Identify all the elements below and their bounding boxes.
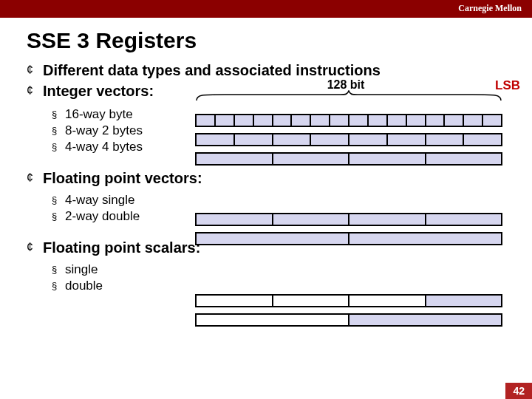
top-bar: Carnegie Mellon	[0, 0, 532, 18]
square-bullet-icon: §	[52, 278, 65, 294]
bullet-level2: § double	[27, 278, 532, 294]
register-diagram-2double	[195, 232, 502, 251]
bullet-level2: § 4-way single	[27, 192, 532, 208]
slide: Carnegie Mellon SSE 3 Registers 128 bit …	[0, 0, 532, 399]
square-bullet-icon: §	[52, 139, 65, 155]
square-bullet-icon: §	[52, 106, 65, 123]
bullet-text: 16-way byte	[65, 106, 133, 123]
register-diagram-8way	[195, 133, 502, 152]
bullet-text: single	[65, 262, 98, 278]
bullet-text: Integer vectors:	[43, 81, 154, 100]
page-title: SSE 3 Registers	[0, 18, 532, 61]
square-bullet-icon: §	[52, 208, 65, 225]
square-bullet-icon: §	[52, 192, 65, 208]
register-diagram-4single	[195, 213, 502, 232]
circle-bullet-icon: ¢	[27, 81, 43, 100]
register-diagram-16way	[195, 114, 502, 133]
register-diagram-scalar-double	[195, 313, 502, 332]
register-diagram-scalar-single	[195, 294, 502, 313]
bullet-text: 4-way 4 bytes	[65, 139, 143, 155]
bullet-text: Floating point scalars:	[43, 238, 200, 257]
square-bullet-icon: §	[52, 123, 65, 139]
brace-icon	[195, 90, 502, 103]
bullet-text: Different data types and associated inst…	[43, 61, 381, 80]
bullet-text: 4-way single	[65, 192, 135, 208]
bullet-level2: § single	[27, 262, 532, 278]
register-diagram-4way	[195, 152, 502, 171]
bullet-text: Floating point vectors:	[43, 168, 202, 188]
bullet-text: 8-way 2 bytes	[65, 123, 143, 139]
brand-label: Carnegie Mellon	[458, 3, 522, 14]
bullet-text: double	[65, 278, 103, 294]
page-number: 42	[505, 383, 532, 399]
bullet-text: 2-way double	[65, 208, 140, 225]
circle-bullet-icon: ¢	[27, 168, 43, 188]
bullet-level1: ¢ Different data types and associated in…	[27, 61, 532, 80]
square-bullet-icon: §	[52, 262, 65, 278]
circle-bullet-icon: ¢	[27, 238, 43, 257]
circle-bullet-icon: ¢	[27, 61, 43, 80]
